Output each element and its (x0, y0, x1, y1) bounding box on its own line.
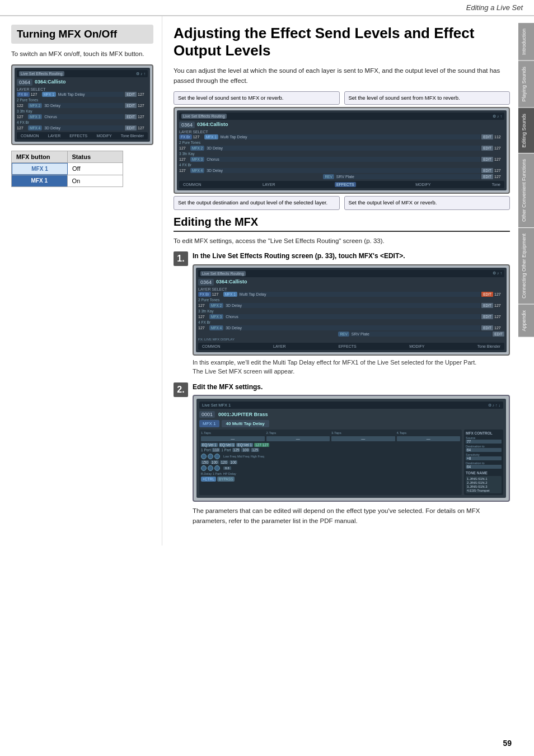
page-number: 59 (503, 739, 512, 748)
step-2-footer: The parameters that can be edited will d… (193, 506, 510, 526)
mfx-low-val-3[interactable]: 100 (241, 448, 250, 452)
nav-modify-1[interactable]: MODIFY (95, 133, 113, 138)
tone-name-1: 1.JINS-S1N.1 (467, 477, 500, 480)
tab-connecting[interactable]: Connecting Other Equipment (518, 227, 534, 304)
mfx-more-val-3[interactable]: 120 (220, 460, 228, 464)
left-column: Turning MFX On/Off To switch an MFX on/o… (0, 16, 162, 545)
nav-common-3[interactable]: COMMON (200, 344, 222, 349)
tab-appendix[interactable]: Appendix (518, 304, 534, 337)
right-column: Adjusting the Effect Send Levels and Eff… (162, 16, 518, 545)
edit-btn-2-4[interactable]: EDIT (481, 168, 493, 173)
device-preset-num-3: 0364 (198, 279, 214, 286)
mfx-param-tap-label: 1.Taps (201, 431, 265, 435)
mfx-tap-val-3[interactable]: — (331, 436, 395, 441)
mfx-low-1: 1 Port (201, 448, 210, 452)
mfx-controls-area: 1.Taps 2.Taps 3.Taps 4.Taps — — — — (199, 430, 503, 495)
tab-playing-sounds[interactable]: Playing Sounds (518, 60, 534, 108)
nav-tone-blender-3[interactable]: Tone Blender (476, 344, 502, 349)
edit-btn-2-1[interactable]: EDIT (481, 134, 493, 139)
mfx-badge-3-4: MFX 4 (209, 325, 223, 330)
nav-common-2[interactable]: COMMON (181, 182, 203, 187)
device-preset-row-1: 0364 0364:Callisto (17, 79, 148, 86)
mfx-lbl-delay-2: HP Delay (223, 472, 236, 475)
fx-effect-2-1: Multi Tap Delay (219, 134, 480, 139)
fx-row-2-rev: REV SRV Plate EDIT 127 (179, 174, 504, 179)
fx-out-2: 127 (138, 104, 148, 108)
mfx-1-label: MFX 1 (199, 420, 219, 427)
fx-val-3-2: 127 (198, 304, 208, 307)
mfx-low-val-4[interactable]: 125 (251, 448, 259, 452)
tab-other-functions[interactable]: Other Convenient Functions (518, 153, 534, 227)
edit-btn-4[interactable]: EDIT (125, 125, 137, 130)
mfx-tap-val-4[interactable]: — (397, 436, 461, 441)
step-1-content: In the Live Set Effects Routing screen (… (193, 251, 510, 377)
nav-effects-3[interactable]: EFFECTS (337, 344, 358, 349)
edit-btn-3[interactable]: EDIT (125, 114, 137, 119)
step-1-note-2: The Live Set MFX screen will appear. (193, 368, 510, 375)
nav-effects-1[interactable]: EFFECTS (68, 133, 89, 138)
mfx-low-label-3: High Freq (251, 455, 264, 458)
nav-modify-2[interactable]: MODIFY (414, 182, 432, 187)
mfx-knob-6[interactable] (214, 465, 220, 471)
mfx-knob-4[interactable] (201, 465, 207, 471)
mfx-more-val-2[interactable]: 100 (210, 460, 219, 464)
mfx-low-val-1[interactable]: 110 (212, 448, 220, 452)
mfx-col-header-button: MFX button (12, 151, 68, 162)
mfx-more-val-4[interactable]: 100 (229, 460, 238, 464)
edit-btn-3-2[interactable]: EDIT (481, 303, 493, 308)
mfx-param-tap2-label: 2.Taps (266, 431, 330, 435)
fx-out-2-4: 127 (494, 169, 504, 172)
fx-effect-3-2: 3D Delay (224, 303, 480, 308)
nav-layer-3[interactable]: LAYER (271, 344, 287, 349)
mfx-bottom-btn-1[interactable]: +CTRL (201, 477, 216, 482)
tab-introduction[interactable]: Introduction (518, 22, 534, 60)
nav-effects-2[interactable]: EFFECTS (335, 182, 356, 187)
device-icons-3: ⚙ ♪ ↑ (493, 271, 502, 276)
mfx-source-val[interactable]: 77 (466, 440, 502, 444)
nav-layer-2[interactable]: LAYER (261, 182, 277, 187)
layer-select-label-2: LAYER SELECT (179, 130, 504, 134)
edit-btn-2-3[interactable]: EDIT (481, 157, 493, 162)
fx-val-3-4: 127 (198, 326, 208, 330)
mfx-knob-5[interactable] (208, 465, 213, 471)
mfx-low-val-2[interactable]: 125 (232, 448, 241, 452)
mfx-sens-val[interactable]: +8 (466, 456, 502, 460)
fx-val-3-1: 127 (212, 292, 222, 296)
mfx-more-val-1[interactable]: 150 (201, 460, 209, 464)
nav-common-1[interactable]: COMMON (19, 133, 41, 138)
nav-tone-2[interactable]: Tone (490, 182, 502, 187)
mfx-tap-val-2[interactable]: — (266, 436, 330, 441)
nav-layer-1[interactable]: LAYER (46, 133, 62, 138)
device-preset-name-3: 0364:Callisto (216, 279, 247, 286)
mfx-dest-val-1[interactable]: 64 (466, 448, 502, 452)
mfx-timing-3: EQ:Vel 1 (236, 443, 253, 447)
mfx-preset-num: 0001 (199, 411, 215, 418)
edit-btn-rev[interactable]: EDIT (481, 174, 493, 179)
mfx-bottom-btn-2[interactable]: BYPASS (217, 477, 235, 482)
mfx-ctrl-row-1: Source 77 (466, 436, 502, 444)
edit-btn-3-rev[interactable]: EDIT (493, 332, 504, 337)
edit-btn-3-4[interactable]: EDIT (481, 325, 493, 330)
edit-btn-2[interactable]: EDIT (125, 103, 137, 108)
tab-editing-sounds[interactable]: Editing Sounds (518, 108, 534, 153)
fx-row-3-4: 127 MFX 4 3D Delay EDIT 127 (198, 325, 504, 330)
mfx-knob-2[interactable] (208, 454, 213, 459)
fx-out-3-2: 127 (494, 304, 504, 307)
device-header-2: Live Set Effects Routing ⚙ ♪ ↑ (179, 113, 504, 120)
edit-btn-2-2[interactable]: EDIT (481, 146, 493, 151)
nav-modify-3[interactable]: MODIFY (407, 344, 426, 349)
device-icons-2: ⚙ ♪ ↑ (493, 114, 502, 119)
edit-btn-3-1[interactable]: EDIT (481, 292, 493, 297)
mfx-low-2: 1 Part (221, 448, 231, 452)
edit-btn-3-3[interactable]: EDIT (481, 314, 493, 319)
fx-val-2: 122 (17, 104, 27, 108)
fx-row-4: 127 MFX 4 3D Delay EDIT 127 (17, 125, 148, 130)
mfx-knob-3[interactable] (214, 454, 220, 459)
device-screen-2: Live Set Effects Routing ⚙ ♪ ↑ 0364 0364… (174, 107, 510, 194)
mfx-tap-val-1[interactable]: — (201, 436, 265, 441)
mfx-knob-1[interactable] (201, 454, 207, 459)
mfx-dest-val-2[interactable]: 64 (466, 465, 502, 469)
nav-tone-blender-1[interactable]: Tone Blender (119, 133, 146, 138)
edit-btn-1[interactable]: EDIT (125, 92, 137, 97)
mfx-timing-2: EQ:Vel 1 (219, 443, 236, 447)
